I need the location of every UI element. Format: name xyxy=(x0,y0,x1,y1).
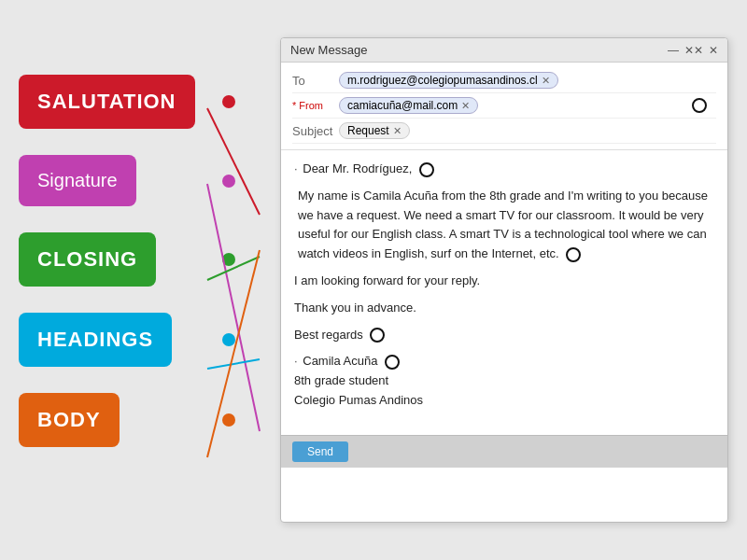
closing-text: I am looking forward for your reply. xyxy=(294,273,480,287)
labels-column: SALUTATION Signature CLOSING HEADINGS BO… xyxy=(19,75,224,447)
closing-dot xyxy=(222,253,235,266)
email-titlebar: New Message — ✕✕ ✕ xyxy=(281,38,727,63)
body-wrapper: BODY xyxy=(19,393,224,447)
headings-dot xyxy=(222,333,235,346)
body-paragraph: My name is Camila Acuña from the 8th gra… xyxy=(294,187,714,264)
subject-value: Request xyxy=(347,124,389,137)
email-header: To m.rodriguez@colegiopumasandinos.cl ✕ … xyxy=(281,63,727,150)
from-remove-icon[interactable]: ✕ xyxy=(461,100,470,112)
subject-label: Subject xyxy=(292,124,339,138)
send-button[interactable]: Send xyxy=(292,441,348,462)
subject-tag[interactable]: Request ✕ xyxy=(339,122,410,139)
subject-remove-icon[interactable]: ✕ xyxy=(393,125,402,137)
signature-dot xyxy=(222,175,235,188)
body-circle xyxy=(566,247,581,262)
pre-sign-line: Thank you in advance. xyxy=(294,299,714,318)
salutation-button[interactable]: SALUTATION xyxy=(19,75,195,129)
sign-word-text: Best regards xyxy=(294,328,363,342)
window-controls[interactable]: — ✕✕ ✕ xyxy=(668,44,718,57)
to-field: To m.rodriguez@colegiopumasandinos.cl ✕ xyxy=(292,68,716,93)
email-body: · Dear Mr. Rodríguez, My name is Camila … xyxy=(281,150,727,427)
closing-wrapper: CLOSING xyxy=(19,232,224,287)
bullet-sig: · xyxy=(294,354,298,368)
sign-word-line: Best regards xyxy=(294,326,714,345)
sig-school: Colegio Pumas Andinos xyxy=(294,393,423,407)
sig-role: 8th grade student xyxy=(294,373,388,387)
from-value: camiacuña@mail.com xyxy=(347,99,458,112)
signature-block: · Camila Acuña 8th grade student Colegio… xyxy=(294,352,714,410)
from-label: * From xyxy=(292,100,339,111)
sig-name: Camila Acuña xyxy=(303,354,377,368)
salutation-dot xyxy=(222,95,235,108)
bullet-salutation: · xyxy=(294,161,298,175)
salutation-wrapper: SALUTATION xyxy=(19,75,224,129)
from-circle-marker xyxy=(692,98,707,113)
email-title: New Message xyxy=(290,43,367,57)
salutation-circle xyxy=(419,162,434,177)
minimize-button[interactable]: — xyxy=(668,44,679,57)
signature-wrapper: Signature xyxy=(19,155,224,206)
closing-button[interactable]: CLOSING xyxy=(19,232,156,287)
pre-sign-text: Thank you in advance. xyxy=(294,301,416,315)
to-value: m.rodriguez@colegiopumasandinos.cl xyxy=(347,74,538,87)
signature-button[interactable]: Signature xyxy=(19,155,136,206)
to-remove-icon[interactable]: ✕ xyxy=(542,75,550,87)
body-text: My name is Camila Acuña from the 8th gra… xyxy=(298,189,708,260)
salutation-line: · Dear Mr. Rodríguez, xyxy=(294,160,714,179)
to-label: To xyxy=(292,74,339,88)
subject-field: Subject Request ✕ xyxy=(292,119,716,144)
close-button[interactable]: ✕ xyxy=(709,44,718,57)
salutation-text: Dear Mr. Rodríguez, xyxy=(303,161,412,175)
headings-button[interactable]: HEADINGS xyxy=(19,313,172,367)
main-container: SALUTATION Signature CLOSING HEADINGS BO… xyxy=(0,0,747,560)
restore-button[interactable]: ✕✕ xyxy=(684,44,703,57)
closing-line: I am looking forward for your reply. xyxy=(294,272,714,291)
from-field: * From camiacuña@mail.com ✕ xyxy=(292,93,716,119)
body-button[interactable]: BODY xyxy=(19,393,120,447)
sig-circle xyxy=(385,355,400,370)
to-tag[interactable]: m.rodriguez@colegiopumasandinos.cl ✕ xyxy=(339,72,558,89)
sign-circle xyxy=(370,328,385,343)
headings-wrapper: HEADINGS xyxy=(19,313,224,367)
body-dot xyxy=(222,413,235,427)
email-window: New Message — ✕✕ ✕ To m.rodriguez@colegi… xyxy=(280,37,728,523)
from-tag[interactable]: camiacuña@mail.com ✕ xyxy=(339,97,478,114)
send-bar: Send xyxy=(281,435,727,468)
